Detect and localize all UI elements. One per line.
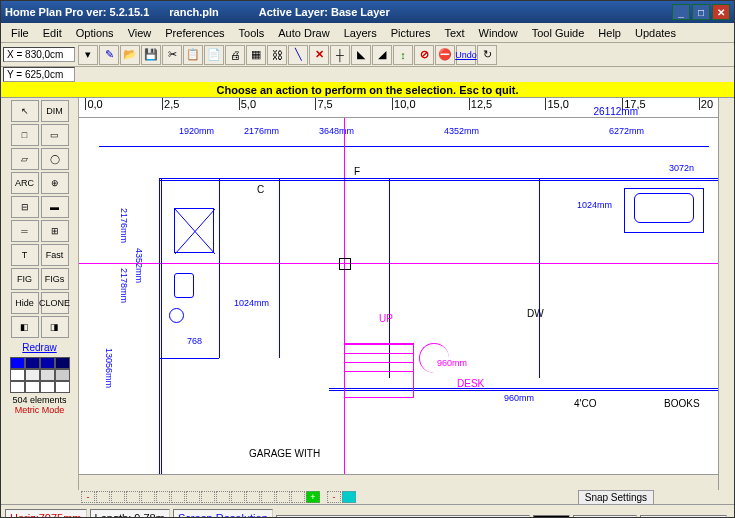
status-hint: spacebar changes line (276, 515, 531, 519)
tool-fig[interactable]: FIG (11, 268, 39, 290)
tree-icon[interactable]: ↕ (393, 45, 413, 65)
tool-dim[interactable]: DIM (41, 100, 69, 122)
coord-x: X = 830,0cm (3, 47, 75, 62)
tool-rect1[interactable]: □ (11, 124, 39, 146)
undo-button[interactable]: Undo (456, 45, 476, 65)
titlebar: Home Plan Pro ver: 5.2.15.1 ranch.pln Ac… (1, 1, 734, 23)
new-icon[interactable]: ✎ (99, 45, 119, 65)
coord-y: Y = 625,0cm (3, 67, 75, 82)
menu-window[interactable]: Window (473, 25, 524, 41)
menu-tools[interactable]: Tools (233, 25, 271, 41)
chain-icon[interactable]: ⛓ (267, 45, 287, 65)
tool-arc[interactable]: ARC (11, 172, 39, 194)
tool-wall[interactable]: ▬ (41, 196, 69, 218)
menu-file[interactable]: File (5, 25, 35, 41)
menu-view[interactable]: View (122, 25, 158, 41)
lbl-desk: DESK (457, 378, 484, 389)
snap-status: Snap is Off (573, 515, 637, 519)
status-res: Screen Resolution (178, 512, 268, 519)
tool-figs[interactable]: FIGs (41, 268, 69, 290)
color-palette[interactable] (10, 357, 70, 393)
snap-settings-button[interactable]: Snap Settings (578, 490, 654, 505)
file-name: ranch.pln (169, 6, 219, 18)
lbl-up: UP (379, 313, 393, 324)
tool-pointer[interactable]: ↖ (11, 100, 39, 122)
menu-preferences[interactable]: Preferences (159, 25, 230, 41)
page-icon[interactable]: ▦ (246, 45, 266, 65)
lbl-f: F (354, 166, 360, 177)
toolbar: X = 830,0cm ▾ ✎ 📂 💾 ✂ 📋 📄 🖨 ▦ ⛓ ╲ ✕ ┼ ◣ … (1, 43, 734, 67)
close-button[interactable]: ✕ (712, 4, 730, 20)
tool-text[interactable]: T (11, 244, 39, 266)
redraw-link[interactable]: Redraw (22, 342, 56, 353)
menu-text[interactable]: Text (438, 25, 470, 41)
menubar: File Edit Options View Preferences Tools… (1, 23, 734, 43)
line-icon[interactable]: ╲ (288, 45, 308, 65)
zoom-in-icon[interactable]: + (306, 491, 320, 503)
redo-icon[interactable]: ↻ (477, 45, 497, 65)
menu-edit[interactable]: Edit (37, 25, 68, 41)
tool-hide[interactable]: Hide (11, 292, 39, 314)
close-shape-icon[interactable]: ⊘ (414, 45, 434, 65)
x-icon[interactable]: ✕ (309, 45, 329, 65)
app-title: Home Plan Pro ver: 5.2.15.1 (5, 6, 149, 18)
action-bar: Choose an action to perform on the selec… (1, 82, 734, 98)
active-layer: Active Layer: Base Layer (259, 6, 672, 18)
color-button[interactable]: Color (533, 515, 569, 519)
tool-fill2[interactable]: ◨ (41, 316, 69, 338)
zoom-out2-icon[interactable]: - (327, 491, 341, 503)
disk-icon[interactable]: 💾 (141, 45, 161, 65)
paste-icon[interactable]: 📄 (204, 45, 224, 65)
tool-double[interactable]: ═ (11, 220, 39, 242)
tool-fill1[interactable]: ◧ (11, 316, 39, 338)
menu-layers[interactable]: Layers (338, 25, 383, 41)
minimize-button[interactable]: _ (672, 4, 690, 20)
maximize-button[interactable]: □ (692, 4, 710, 20)
menu-help[interactable]: Help (592, 25, 627, 41)
tool-fast[interactable]: Fast (41, 244, 69, 266)
tool-panel: ↖ DIM □ ▭ ▱ ◯ ARC ⊕ ⊟ ▬ ═ ⊞ T Fast FIG F… (1, 98, 79, 490)
lbl-c: C (257, 184, 264, 195)
menu-pictures[interactable]: Pictures (385, 25, 437, 41)
horizontal-scrollbar[interactable] (79, 474, 718, 490)
horizontal-ruler: 0,0 2,5 5,0 7,5 10,0 12,5 15,0 17,5 20 2… (79, 98, 718, 118)
tool-poly[interactable]: ▱ (11, 148, 39, 170)
open-icon[interactable]: 📂 (120, 45, 140, 65)
menu-options[interactable]: Options (70, 25, 120, 41)
tool-rect2[interactable]: ▭ (41, 124, 69, 146)
ruler-span: 26112mm (594, 106, 638, 117)
cut-icon[interactable]: ✂ (162, 45, 182, 65)
zoom-fit-icon[interactable] (342, 491, 356, 503)
lbl-books: BOOKS (664, 398, 700, 409)
ortho-icon[interactable]: ┼ (330, 45, 350, 65)
status-horiz: Horiz:7075mm (10, 512, 82, 519)
dropdown-icon[interactable]: ▾ (78, 45, 98, 65)
status-bar: Horiz:7075mm Vert: 6750mm Length: 9,78m … (1, 504, 734, 518)
print-icon[interactable]: 🖨 (225, 45, 245, 65)
diag-lt-icon[interactable]: ◣ (351, 45, 371, 65)
vertical-scrollbar[interactable] (718, 98, 734, 490)
tool-target[interactable]: ⊕ (41, 172, 69, 194)
menu-toolguide[interactable]: Tool Guide (526, 25, 591, 41)
menu-updates[interactable]: Updates (629, 25, 682, 41)
tool-grid[interactable]: ⊞ (41, 220, 69, 242)
lbl-4co: 4'CO (574, 398, 596, 409)
zoom-strip: - + - Snap Settings (1, 490, 734, 504)
zoom-step[interactable] (96, 491, 110, 503)
tool-circle[interactable]: ◯ (41, 148, 69, 170)
zoom-out-icon[interactable]: - (81, 491, 95, 503)
lbl-dw: DW (527, 308, 544, 319)
tool-window[interactable]: ⊟ (11, 196, 39, 218)
lbl-garage: GARAGE WITH (249, 448, 320, 459)
copy-icon[interactable]: 📋 (183, 45, 203, 65)
stop-icon[interactable]: ⛔ (435, 45, 455, 65)
diag-rt-icon[interactable]: ◢ (372, 45, 392, 65)
element-count: 504 elements (12, 395, 66, 405)
drawing-canvas[interactable]: 1920mm 2176mm 3648mm 4352mm 6272mm F C (79, 118, 718, 474)
tool-clone[interactable]: CLONE (41, 292, 69, 314)
metric-mode: Metric Mode (15, 405, 65, 415)
status-length: Length: 9,78m (95, 512, 165, 519)
menu-autodraw[interactable]: Auto Draw (272, 25, 335, 41)
